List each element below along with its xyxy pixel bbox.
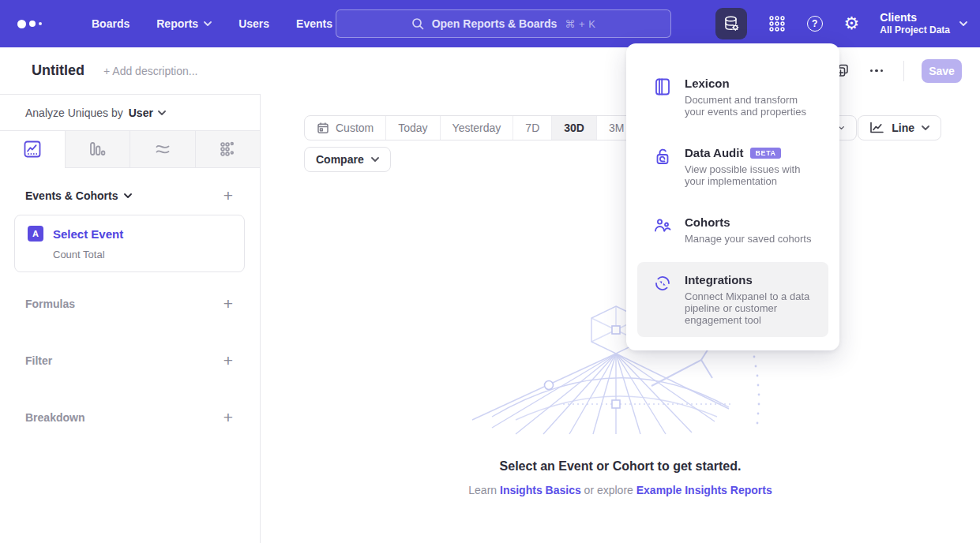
project-switcher[interactable]: Clients All Project Data xyxy=(880,11,967,36)
menu-item-lexicon[interactable]: Lexicon Document and transform your even… xyxy=(637,66,828,129)
chevron-down-icon xyxy=(959,21,967,26)
menu-item-data-audit[interactable]: Data Audit BETA View possible issues wit… xyxy=(637,135,828,198)
search-icon xyxy=(411,17,424,30)
tab-metric-view[interactable] xyxy=(195,131,261,167)
search-shortcut: ⌘ + K xyxy=(565,18,595,30)
org-name: Clients xyxy=(880,11,950,24)
divider xyxy=(903,61,904,81)
data-management-button[interactable] xyxy=(715,8,747,39)
select-event-button[interactable]: Select Event xyxy=(53,227,123,241)
example-insights-reports-link[interactable]: Example Insights Reports xyxy=(636,484,772,496)
filter-section: Filter + xyxy=(0,352,260,369)
database-gear-icon xyxy=(722,14,741,33)
date-range-today[interactable]: Today xyxy=(385,116,439,140)
tab-flow-chart[interactable] xyxy=(130,131,195,167)
add-formula-button[interactable]: + xyxy=(223,295,233,312)
add-event-button[interactable]: + xyxy=(223,187,233,204)
project-name: All Project Data xyxy=(880,24,950,36)
dots-grid-icon xyxy=(219,140,236,158)
add-breakdown-button[interactable]: + xyxy=(223,409,233,425)
search-input[interactable]: Open Reports & Boards ⌘ + K xyxy=(336,9,671,38)
chevron-down-icon xyxy=(371,157,379,162)
save-button[interactable]: Save xyxy=(922,59,962,83)
description-field[interactable]: + Add description... xyxy=(103,65,197,77)
settings-button[interactable]: ⚙ xyxy=(844,15,860,32)
more-options-button[interactable] xyxy=(867,66,887,76)
line-chart-icon xyxy=(869,122,884,134)
empty-state-links: Learn Insights Basics or explore Example… xyxy=(261,484,980,496)
tab-bar-chart[interactable] xyxy=(65,131,130,167)
page-title[interactable]: Untitled xyxy=(32,62,84,79)
flow-icon xyxy=(154,140,171,158)
chart-type-dropdown[interactable]: Line xyxy=(858,115,941,140)
analyze-row: Analyze Uniques by User xyxy=(0,95,260,131)
date-range-custom[interactable]: Custom xyxy=(305,116,385,140)
data-management-menu: Lexicon Document and transform your even… xyxy=(626,43,839,350)
tab-line-chart[interactable] xyxy=(0,131,65,167)
nav-links: Boards Reports Users Events xyxy=(65,17,332,30)
cohorts-people-icon xyxy=(653,216,672,245)
analyze-label: Analyze Uniques by xyxy=(25,107,123,119)
menu-item-integrations[interactable]: Integrations Connect Mixpanel to a data … xyxy=(637,262,828,337)
date-range-yesterday[interactable]: Yesterday xyxy=(440,116,513,140)
compare-button[interactable]: Compare xyxy=(304,147,391,172)
count-type-dropdown[interactable]: Count Total xyxy=(53,249,233,260)
calendar-icon xyxy=(317,122,329,134)
data-audit-lock-icon xyxy=(653,147,672,187)
beta-badge: BETA xyxy=(750,148,780,159)
events-cohorts-header: Events & Cohorts + xyxy=(0,187,260,204)
date-range-30d[interactable]: 30D xyxy=(551,116,596,140)
event-series-badge: A xyxy=(28,226,43,242)
add-filter-button[interactable]: + xyxy=(223,352,233,369)
help-button[interactable]: ? xyxy=(807,16,823,32)
insights-basics-link[interactable]: Insights Basics xyxy=(500,484,581,496)
nav-item-reports[interactable]: Reports xyxy=(156,17,212,30)
mixpanel-logo[interactable] xyxy=(17,20,46,28)
logo-dot xyxy=(39,22,42,25)
nav-item-boards[interactable]: Boards xyxy=(92,17,130,30)
logo-dot xyxy=(17,20,26,28)
menu-item-cohorts[interactable]: Cohorts Manage your saved cohorts xyxy=(637,204,828,256)
gear-icon: ⚙ xyxy=(844,15,860,32)
chevron-down-icon xyxy=(124,193,132,198)
nav-item-users[interactable]: Users xyxy=(238,17,269,30)
chevron-down-icon xyxy=(839,125,844,130)
chevron-down-icon xyxy=(158,110,166,115)
empty-state-title: Select an Event or Cohort to get started… xyxy=(261,459,980,474)
chart-type-tabs xyxy=(0,131,260,168)
query-builder-sidebar: Analyze Uniques by User xyxy=(0,94,261,543)
line-chart-icon xyxy=(24,140,41,158)
apps-grid-button[interactable] xyxy=(768,15,786,32)
analyze-by-dropdown[interactable]: User xyxy=(129,107,166,119)
breakdown-section: Breakdown + xyxy=(0,409,260,425)
events-cohorts-dropdown[interactable]: Events & Cohorts xyxy=(25,189,132,202)
chevron-down-icon xyxy=(922,125,929,130)
logo-dot xyxy=(29,21,36,27)
integrations-sync-icon xyxy=(653,274,672,326)
event-card[interactable]: A Select Event Count Total xyxy=(14,215,245,272)
header-actions: Save xyxy=(835,47,963,94)
search-placeholder: Open Reports & Boards xyxy=(432,17,558,30)
bar-chart-icon xyxy=(88,140,106,158)
help-icon: ? xyxy=(807,16,823,32)
lexicon-book-icon xyxy=(653,77,672,118)
report-canvas: Custom Today Yesterday 7D 30D 3M 6M Comp… xyxy=(261,94,980,543)
formulas-section: Formulas + xyxy=(0,295,260,312)
grid-dots-icon xyxy=(768,15,786,32)
nav-right: ? ⚙ Clients All Project Data xyxy=(715,0,967,47)
nav-item-events[interactable]: Events xyxy=(296,17,332,30)
chevron-down-icon xyxy=(204,21,212,26)
date-range-7d[interactable]: 7D xyxy=(513,116,551,140)
top-nav: Boards Reports Users Events Open Reports… xyxy=(0,0,980,47)
